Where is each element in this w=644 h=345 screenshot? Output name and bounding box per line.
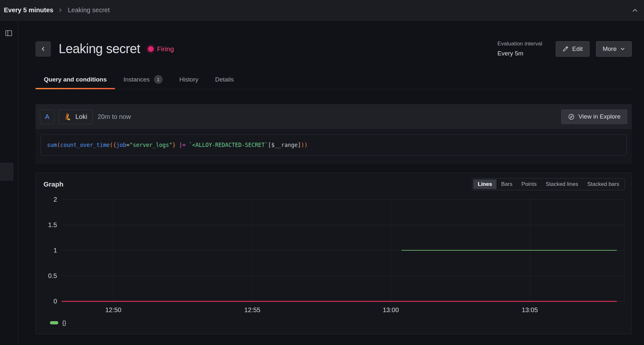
y-axis-tick-label: 1.5 — [48, 221, 57, 229]
tab-label: Instances — [123, 76, 149, 83]
query-section: A — [35, 104, 632, 164]
breadcrumb: Every 5 minutes Leaking secret — [4, 6, 110, 14]
breadcrumb-separator-icon — [58, 8, 62, 12]
y-axis-tick-label: 0.5 — [48, 272, 57, 280]
breadcrumb-item-folder[interactable]: Every 5 minutes — [4, 6, 53, 14]
tab-history[interactable]: History — [171, 75, 207, 89]
graph-title: Graph — [43, 180, 63, 188]
code-token: sum — [47, 142, 57, 148]
code-token: [$__range] — [268, 142, 301, 148]
evaluation-interval-value: Every 5m — [497, 50, 542, 57]
query-header-row: A — [35, 104, 632, 129]
graph-panel: Graph LinesBarsPointsStacked linesStacke… — [35, 173, 632, 334]
evaluation-interval: Evaluation interval Every 5m — [497, 41, 542, 57]
chart: 00.511.5212:5012:5513:0013:05 — [42, 199, 625, 301]
legend-series-label: {} — [62, 319, 66, 326]
y-axis-tick-label: 2 — [53, 196, 57, 203]
graph-panel-header: Graph LinesBarsPointsStacked linesStacke… — [42, 178, 625, 190]
edit-button[interactable]: Edit — [556, 41, 590, 57]
loki-icon — [64, 113, 72, 120]
more-button-label: More — [603, 45, 617, 53]
back-button[interactable] — [35, 41, 51, 57]
code-token: |= — [176, 142, 189, 148]
collapse-header-button[interactable] — [631, 6, 639, 14]
plot-right-edge-line — [624, 199, 625, 301]
gridline-vertical — [391, 199, 391, 301]
more-button[interactable]: More — [596, 41, 632, 57]
query-expression: sum(count_over_time({job="server_logs"} … — [41, 134, 627, 156]
tab-query-and-conditions[interactable]: Query and conditions — [35, 75, 115, 89]
gridline-vertical — [113, 199, 114, 301]
gridline-vertical — [252, 199, 253, 301]
edit-button-label: Edit — [572, 45, 583, 53]
code-token: ({ — [110, 142, 116, 148]
graph-mode-stacked-lines[interactable]: Stacked lines — [541, 179, 583, 189]
gridline-horizontal — [62, 276, 624, 276]
code-token: count_over_time — [60, 142, 110, 148]
breadcrumb-item-rule[interactable]: Leaking secret — [68, 6, 110, 14]
view-in-explore-label: View in Explore — [578, 113, 620, 120]
x-axis-tick-label: 13:05 — [522, 306, 538, 314]
tab-label: Details — [215, 76, 234, 83]
chevron-up-icon — [631, 6, 639, 14]
graph-mode-stacked-bars[interactable]: Stacked bars — [583, 179, 624, 189]
page-header: Leaking secret Firing Evaluation interva… — [35, 41, 632, 57]
compass-icon — [568, 113, 575, 120]
x-axis-tick-label: 13:00 — [383, 306, 399, 314]
evaluation-interval-label: Evaluation interval — [497, 41, 542, 47]
grafana-alert-rule-page: { "topbar": { "breadcrumb": [ { "label":… — [0, 0, 644, 345]
code-token: )) — [301, 142, 307, 148]
plot-area[interactable]: 00.511.5212:5012:5513:0013:05 — [62, 199, 624, 301]
tab-label: Query and conditions — [44, 76, 107, 83]
chevron-left-icon — [41, 46, 46, 52]
tab-details[interactable]: Details — [207, 75, 242, 89]
legend-series-swatch — [50, 321, 58, 324]
toggle-dock-menu-button[interactable] — [5, 29, 13, 37]
legend-item[interactable]: {} — [50, 319, 66, 326]
query-time-range: 20m to now — [98, 113, 131, 120]
gridline-horizontal — [62, 199, 624, 200]
view-in-explore-button[interactable]: View in Explore — [561, 110, 627, 124]
instances-count-badge: 1 — [154, 75, 163, 84]
alert-state-label: Firing — [157, 45, 174, 53]
breadcrumb-bar: Every 5 minutes Leaking secret — [0, 0, 644, 21]
code-token: } — [172, 142, 176, 148]
code-token: `<ALLOY-REDACTED-SECRET` — [189, 142, 268, 148]
gridline-horizontal — [62, 225, 624, 225]
datasource-picker[interactable]: Loki — [59, 110, 93, 124]
y-axis-tick-label: 1 — [53, 247, 57, 254]
left-sidebar-strip — [0, 21, 18, 345]
x-axis-tick-label: 12:55 — [244, 306, 260, 314]
panel-left-icon — [5, 29, 13, 37]
page-title: Leaking secret — [59, 42, 140, 56]
alert-state-badge: Firing — [148, 45, 174, 53]
series-line — [401, 250, 617, 251]
y-axis-tick-label: 0 — [53, 298, 57, 305]
graph-style-toggle: LinesBarsPointsStacked linesStacked bars — [472, 178, 625, 190]
main-content: Leaking secret Firing Evaluation interva… — [18, 21, 644, 345]
chevron-down-icon — [620, 46, 625, 51]
tab-instances[interactable]: Instances1 — [115, 75, 171, 89]
collapsed-pane-handle[interactable] — [0, 163, 14, 181]
graph-mode-bars[interactable]: Bars — [496, 179, 517, 189]
query-editor-body: sum(count_over_time({job="server_logs"} … — [35, 129, 632, 164]
chart-legend: {} — [50, 319, 625, 326]
datasource-name: Loki — [75, 113, 87, 120]
graph-mode-points[interactable]: Points — [517, 179, 541, 189]
graph-mode-lines[interactable]: Lines — [473, 179, 496, 189]
code-token: "server_logs" — [130, 142, 172, 148]
tab-bar: Query and conditionsInstances1HistoryDet… — [35, 75, 632, 89]
code-token: = — [126, 142, 130, 148]
query-refid-badge[interactable]: A — [40, 110, 54, 124]
x-axis-tick-label: 12:50 — [105, 306, 121, 314]
code-token: job — [116, 142, 126, 148]
code-token: ( — [57, 142, 60, 148]
tab-label: History — [179, 76, 198, 83]
pencil-icon — [562, 46, 569, 52]
series-line — [62, 301, 617, 302]
alert-state-dot — [148, 46, 154, 52]
